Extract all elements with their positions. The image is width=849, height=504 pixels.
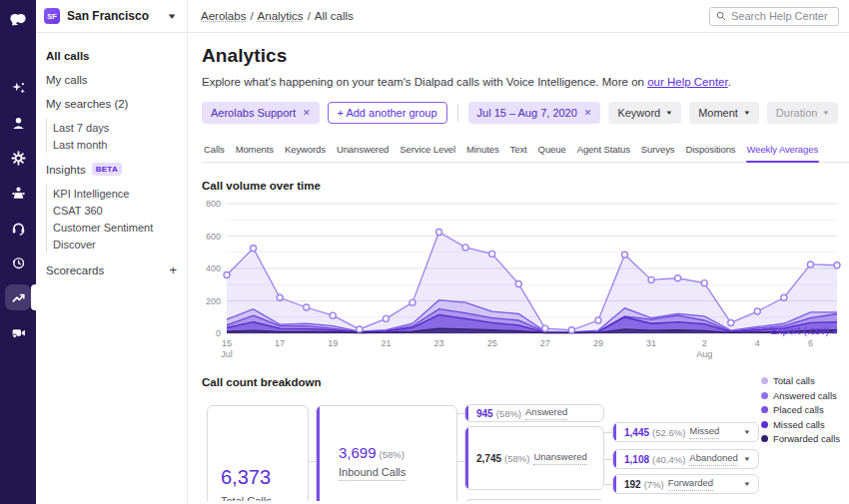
funnel-abandoned[interactable]: 1,108(40.4%)Abandoned▼ [612, 449, 759, 469]
page-title: Analytics [202, 45, 842, 67]
funnel-value: 1,108 [624, 454, 649, 465]
filter-chip-aerolabs-support[interactable]: Aerolabs Support✕ [202, 102, 320, 124]
svg-text:27: 27 [540, 338, 550, 348]
chevron-down-icon: ▼ [823, 110, 831, 116]
funnel-label: Missed [689, 425, 719, 439]
breadcrumb-aerolabs[interactable]: Aerolabs [201, 10, 246, 22]
sidebar-item-my-calls[interactable]: My calls [36, 68, 187, 92]
tab-queue[interactable]: Queue [537, 140, 567, 162]
filter-chip-jul-15-aug-7-2020[interactable]: Jul 15 – Aug 7, 2020✕ [468, 102, 601, 124]
funnel-label: Total Calls [221, 494, 272, 501]
search-input[interactable] [731, 10, 832, 22]
sidebar-item-kpi-intelligence[interactable]: KPI Intelligence [47, 185, 187, 202]
tab-text[interactable]: Text [509, 140, 528, 162]
meetings-icon[interactable] [5, 319, 31, 345]
filter-chip--add-another-group[interactable]: + Add another group [328, 102, 447, 124]
funnel-value: 3,699 [339, 444, 377, 461]
workspace-switcher[interactable]: SF San Francisco ▼ [36, 0, 187, 33]
tab-dispositions[interactable]: Dispositions [684, 140, 736, 162]
tab-moments[interactable]: Moments [235, 140, 275, 162]
remove-icon[interactable]: ✕ [584, 108, 592, 118]
remove-icon[interactable]: ✕ [303, 108, 311, 118]
tab-calls[interactable]: Calls [203, 140, 226, 162]
funnel-forwarded[interactable]: 192(7%)Forwarded▼ [612, 474, 759, 494]
coaching-icon[interactable] [5, 180, 31, 206]
tab-weekly-averages[interactable]: Weekly Averages [746, 140, 820, 162]
active-indicator [31, 284, 36, 310]
sidebar-item-label: Scorecards [46, 264, 104, 276]
funnel-value: 192 [624, 479, 641, 490]
sidebar-item-label: My searches (2) [46, 98, 128, 110]
funnel-connector [604, 432, 612, 433]
history-icon[interactable] [5, 250, 31, 275]
tab-keywords[interactable]: Keywords [284, 140, 327, 162]
tab-minutes[interactable]: Minutes [465, 140, 500, 162]
chip-label: Keyword [617, 107, 660, 119]
chip-label: Moment [698, 107, 738, 119]
breadcrumb-analytics[interactable]: Analytics [258, 10, 304, 22]
sidebar-subgroup: KPI IntelligenceCSAT 360Customer Sentime… [46, 185, 187, 252]
svg-text:15: 15 [222, 338, 232, 348]
analytics-icon[interactable] [5, 284, 31, 310]
breadcrumb: Aerolabs/Analytics/All calls [201, 10, 709, 22]
tab-unanswered[interactable]: Unanswered [336, 140, 390, 162]
funnel-pct: (40.4%) [652, 454, 685, 465]
page-description: Explore what's happening on your team's … [202, 76, 842, 88]
filter-chip-duration[interactable]: Duration▼ [767, 102, 839, 124]
svg-text:31: 31 [646, 338, 656, 348]
breadcrumb-separator: / [308, 10, 311, 22]
svg-text:21: 21 [381, 338, 391, 348]
chart-section: Call volume over time 020040060080015Jul… [202, 180, 842, 363]
content: Analytics Explore what's happening on yo… [188, 33, 849, 504]
funnel-label: Unanswered [533, 451, 586, 465]
help-center-link[interactable]: our Help Center [647, 76, 728, 88]
sidebar-list: All callsMy callsMy searches (2)Last 7 d… [36, 33, 187, 283]
tab-agent-status[interactable]: Agent Status [576, 140, 631, 162]
svg-text:25: 25 [487, 338, 497, 348]
funnel-answered: 945(58%)Answered [464, 404, 604, 422]
sidebar-item-last-7-days[interactable]: Last 7 days [47, 119, 187, 136]
export-csv-link[interactable]: Export (.csv) ▼ [770, 324, 838, 336]
settings-icon[interactable] [5, 145, 31, 171]
dialpad-logo-icon[interactable] [5, 7, 31, 33]
contacts-icon[interactable] [5, 110, 31, 136]
sidebar-item-customer-sentiment[interactable]: Customer Sentiment [47, 219, 187, 236]
tab-service-level[interactable]: Service Level [399, 140, 456, 162]
tab-surveys[interactable]: Surveys [640, 140, 676, 162]
main-area: Aerolabs/Analytics/All calls Analytics E… [188, 0, 849, 504]
funnel-pct: (7%) [644, 479, 664, 490]
svg-text:Aug: Aug [696, 349, 712, 359]
chip-label: Aerolabs Support [211, 107, 296, 119]
sidebar-item-scorecards[interactable]: Scorecards+ [36, 256, 187, 283]
chip-label: + Add another group [338, 107, 437, 119]
help-search[interactable] [709, 7, 839, 26]
svg-text:Jul: Jul [221, 349, 233, 359]
funnel-missed[interactable]: 1,445(52.6%)Missed▼ [612, 422, 759, 442]
filter-chip-moment[interactable]: Moment▼ [689, 102, 759, 124]
sidebar-item-insights[interactable]: InsightsBETA [36, 157, 187, 182]
svg-text:600: 600 [206, 232, 221, 242]
sidebar-item-csat-360[interactable]: CSAT 360 [47, 202, 187, 219]
filter-chip-keyword[interactable]: Keyword▼ [608, 102, 681, 124]
funnel-connector [604, 459, 612, 460]
app-rail [0, 0, 36, 504]
svg-text:200: 200 [206, 296, 221, 306]
chip-label: Jul 15 – Aug 7, 2020 [477, 107, 577, 119]
sidebar-item-my-searches-2-[interactable]: My searches (2) [36, 92, 187, 116]
sidebar-item-discover[interactable]: Discover [47, 236, 187, 252]
sidebar-item-all-calls[interactable]: All calls [36, 44, 187, 68]
chart-title: Call volume over time [202, 180, 842, 192]
legend-label: Total calls [773, 375, 815, 386]
funnel-total: 6,373Total Calls [207, 405, 309, 501]
funnel-unanswered: 2,745(58%)Unanswered [464, 426, 604, 490]
add-scorecard-button[interactable]: + [169, 262, 177, 277]
breadcrumb-all-calls: All calls [315, 10, 354, 22]
support-headset-icon[interactable] [5, 215, 31, 241]
ai-sparkles-icon[interactable] [5, 75, 31, 101]
sidebar-item-last-month[interactable]: Last month [47, 136, 187, 153]
topbar: Aerolabs/Analytics/All calls [188, 0, 849, 33]
beta-badge: BETA [92, 163, 122, 176]
tabs: CallsMomentsKeywordsUnansweredService Le… [202, 140, 849, 163]
funnel-pct: (58%) [504, 453, 529, 464]
funnel-pct: (52.6%) [652, 427, 685, 438]
